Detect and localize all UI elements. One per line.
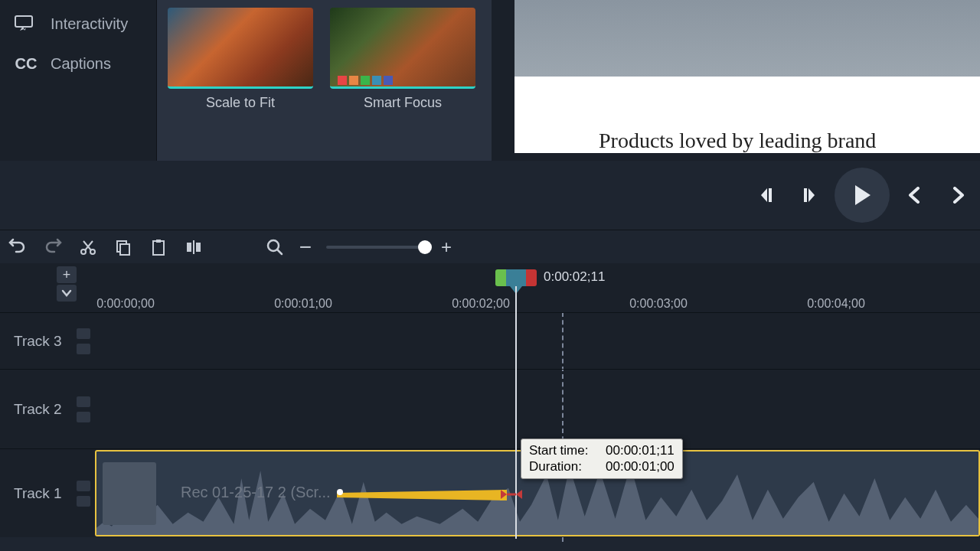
cut-button[interactable]	[78, 237, 98, 257]
interactivity-icon	[14, 15, 38, 33]
sidebar: Interactivity CC Captions	[0, 0, 156, 161]
add-track-button[interactable]: +	[57, 266, 77, 283]
cc-icon: CC	[14, 54, 38, 73]
clip-tooltip: Start time:00:00:01;11 Duration:00:00:01…	[521, 439, 683, 479]
step-back-button[interactable]	[749, 178, 784, 213]
zoom-in-button[interactable]: +	[436, 237, 456, 257]
redo-button[interactable]	[43, 237, 63, 257]
svg-rect-0	[15, 16, 32, 27]
clip-resize-handle[interactable]	[501, 488, 516, 500]
track-header-3[interactable]: Track 3	[0, 312, 95, 369]
prev-button[interactable]	[897, 178, 933, 213]
tooltip-duration-label: Duration:	[529, 458, 598, 474]
timeline-toolbar: − +	[0, 230, 980, 263]
track-lane-2[interactable]	[95, 369, 980, 448]
svg-rect-7	[153, 241, 164, 255]
tooltip-start-label: Start time:	[529, 442, 598, 458]
ruler-tick: 0:00:03;00	[629, 297, 688, 311]
track-lock-icon[interactable]	[77, 344, 90, 354]
clip-speed-indicator[interactable]	[337, 490, 507, 500]
media-panel: Scale to Fit Smart Focus	[156, 0, 492, 161]
tooltip-start-value: 00:00:01;11	[606, 442, 675, 458]
undo-button[interactable]	[8, 237, 28, 257]
thumbnail-image	[168, 8, 313, 89]
track-lock-icon[interactable]	[77, 496, 90, 507]
track-name: Track 3	[14, 333, 62, 350]
ruler-tick: 0:00:04;00	[807, 297, 865, 311]
search-zoom-icon[interactable]	[265, 237, 285, 257]
next-button[interactable]	[940, 178, 975, 213]
track-name: Track 1	[14, 485, 62, 502]
track-lock-icon[interactable]	[77, 412, 90, 422]
playhead-time: 0:00:02;11	[544, 269, 605, 285]
copy-button[interactable]	[113, 237, 133, 257]
thumbnail-label: Smart Focus	[330, 95, 475, 111]
track-header-2[interactable]: Track 2	[0, 369, 95, 448]
zoom-slider-thumb[interactable]	[418, 240, 432, 254]
svg-rect-2	[804, 188, 807, 202]
track-visibility-icon[interactable]	[77, 328, 90, 339]
svg-line-13	[277, 249, 282, 254]
zoom-slider[interactable]	[326, 246, 426, 249]
timeline-ruler[interactable]: 0:00:00;00 0:00:01;00 0:00:02;00 0:00:03…	[95, 263, 980, 312]
svg-rect-8	[156, 240, 161, 243]
track-visibility-icon[interactable]	[77, 481, 90, 491]
step-forward-button[interactable]	[792, 178, 827, 213]
expand-tracks-button[interactable]	[57, 285, 77, 302]
svg-rect-10	[196, 243, 201, 252]
track-lane-1[interactable]: Rec 01-25-17 2 (Scr... Start time:00:00:…	[95, 448, 980, 537]
thumbnail-image	[330, 8, 475, 89]
playhead-marker[interactable]	[495, 269, 537, 286]
sidebar-item-captions[interactable]: CC Captions	[0, 44, 156, 83]
playhead-line[interactable]	[515, 286, 517, 539]
preview-panel: Products loved by leading brand	[492, 0, 980, 161]
speed-start-handle[interactable]	[337, 489, 343, 495]
tooltip-duration-value: 00:00:01;00	[606, 458, 675, 474]
paste-button[interactable]	[149, 237, 168, 257]
svg-rect-9	[187, 243, 191, 252]
svg-rect-1	[769, 188, 772, 202]
sidebar-item-interactivity[interactable]: Interactivity	[0, 4, 156, 44]
preview-text: Products loved by leading brand	[599, 129, 876, 153]
play-button[interactable]	[835, 168, 890, 223]
track-header-1[interactable]: Track 1	[0, 448, 95, 537]
preview-canvas[interactable]: Products loved by leading brand	[514, 0, 980, 153]
clip-label: Rec 01-25-17 2 (Scr...	[181, 484, 331, 501]
track-lane-3[interactable]	[95, 312, 980, 369]
ruler-tick: 0:00:00;00	[96, 297, 155, 311]
ruler-tick: 0:00:01;00	[274, 297, 332, 311]
sidebar-label-interactivity: Interactivity	[51, 15, 128, 33]
track-name: Track 2	[14, 401, 62, 418]
svg-rect-6	[120, 244, 129, 255]
split-button[interactable]	[184, 237, 204, 257]
media-thumb-scale-to-fit[interactable]: Scale to Fit	[168, 8, 313, 111]
zoom-out-button[interactable]: −	[296, 237, 315, 257]
playback-bar	[0, 161, 980, 230]
ruler-tick: 0:00:02;00	[452, 297, 510, 311]
sidebar-label-captions: Captions	[51, 55, 111, 73]
media-thumb-smart-focus[interactable]: Smart Focus	[330, 8, 475, 111]
clip-thumbnail	[103, 462, 156, 525]
thumbnail-label: Scale to Fit	[168, 95, 313, 111]
timeline: + 0:00:00;00 0:00:01;00 0:00:02;00 0:00:…	[0, 263, 980, 537]
track-visibility-icon[interactable]	[77, 396, 90, 407]
